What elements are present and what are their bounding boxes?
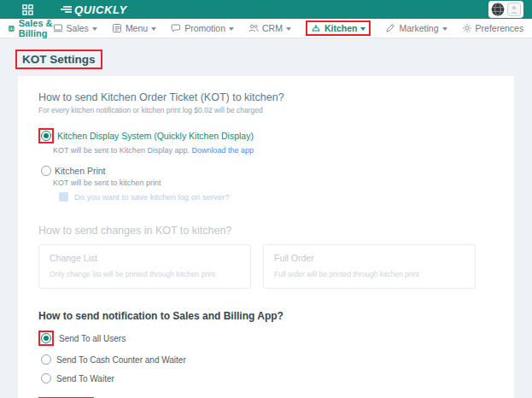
marketing-icon	[385, 23, 395, 33]
quickly-logo: QUICKLY	[61, 3, 127, 16]
promotion-icon	[171, 23, 181, 33]
nav-item-menu[interactable]: Menu	[112, 23, 156, 33]
menu-icon	[112, 23, 122, 33]
chevron-down-icon	[360, 27, 365, 31]
chevron-down-icon	[442, 27, 447, 31]
full-order-card[interactable]: Full Order Full order will be printed th…	[263, 244, 476, 289]
annotation-box-kitchen: Kitchen	[306, 20, 371, 36]
download-app-link[interactable]: Download the app	[191, 146, 254, 155]
nav-item-promotion[interactable]: Promotion	[171, 23, 234, 33]
module-nav-bar: Sales & Billing Sales Menu Promotion	[0, 19, 532, 38]
user-avatar-icon[interactable]	[507, 3, 521, 16]
chevron-down-icon	[229, 27, 234, 31]
kitchen-icon	[311, 23, 321, 33]
radio-label-send-to-all-users[interactable]: Send To all Users	[59, 334, 126, 343]
page-content: KOT Settings How to send Kitchen Order T…	[0, 38, 532, 398]
sales-billing-app-icon	[9, 23, 15, 34]
notification-section-heading: How to send notification to Sales and Bi…	[38, 310, 494, 322]
change-list-title: Change List	[50, 253, 240, 263]
kds-option-desc: KOT will be sent to Kitchen Display app.…	[53, 146, 494, 155]
app-name: Sales & Billing	[19, 18, 53, 38]
settings-card: How to send Kitchen Order Ticket (KOT) t…	[18, 76, 514, 398]
change-list-desc: Only change list will be printed through…	[50, 270, 240, 278]
nav-item-marketing[interactable]: Marketing	[385, 23, 447, 33]
annotation-box-kds-radio	[38, 128, 54, 143]
page-title: KOT Settings	[22, 53, 96, 66]
kitchen-print-desc: KOT will be sent to kitchen print	[53, 179, 494, 187]
radio-kitchen-print[interactable]	[41, 166, 51, 176]
chevron-down-icon	[151, 27, 156, 31]
radio-label-send-to-waiter[interactable]: Send To Waiter	[56, 374, 114, 383]
globe-icon[interactable]	[491, 3, 505, 16]
nav-item-sales[interactable]: Sales	[53, 23, 97, 33]
apps-grid-icon[interactable]	[22, 4, 33, 15]
annotation-box-all-users-radio	[38, 331, 54, 346]
nav-item-preferences[interactable]: Preferences	[462, 23, 524, 33]
chevron-down-icon	[92, 27, 97, 31]
nav-item-kitchen[interactable]: Kitchen	[311, 23, 366, 33]
full-order-desc: Full order will be printed through kitch…	[274, 270, 465, 278]
radio-send-to-all-users[interactable]	[41, 333, 51, 343]
radio-send-to-waiter[interactable]	[41, 373, 51, 383]
gear-icon	[462, 23, 472, 33]
speed-lines-icon	[61, 5, 72, 14]
changes-section-heading: How to send changes in KOT to kitchen?	[38, 225, 494, 237]
radio-label-send-to-cash-counter-and-waiter[interactable]: Send To Cash Counter and Waiter	[56, 355, 186, 365]
annotation-box-title: KOT Settings	[15, 50, 102, 69]
chevron-down-icon	[286, 27, 291, 31]
radio-kitchen-display-system[interactable]	[41, 131, 51, 141]
radio-send-to-cash-counter-and-waiter[interactable]	[41, 354, 51, 365]
change-list-card[interactable]: Change List Only change list will be pri…	[38, 244, 251, 289]
top-app-bar: QUICKLY	[0, 0, 532, 19]
full-order-title: Full Order	[274, 253, 465, 263]
kot-section-note: For every kitchen notification or kitche…	[38, 106, 494, 114]
nav-item-crm[interactable]: CRM	[248, 23, 291, 33]
radio-label-kitchen-display-system[interactable]: Kitchen Display System (Quickly Kitchen …	[57, 131, 254, 141]
nav-items: Sales Menu Promotion CRM	[53, 20, 524, 36]
save-kitchen-log-label: Do you want to save kitchen log on serve…	[74, 192, 230, 202]
app-identity[interactable]: Sales & Billing	[9, 18, 53, 38]
logo-text: QUICKLY	[74, 3, 127, 16]
sales-icon	[53, 23, 63, 33]
kot-section-heading: How to send Kitchen Order Ticket (KOT) t…	[38, 91, 494, 103]
account-pill	[488, 1, 523, 18]
crm-icon	[248, 23, 259, 33]
radio-label-kitchen-print[interactable]: Kitchen Print	[55, 166, 106, 176]
save-kitchen-log-checkbox[interactable]	[59, 192, 68, 202]
